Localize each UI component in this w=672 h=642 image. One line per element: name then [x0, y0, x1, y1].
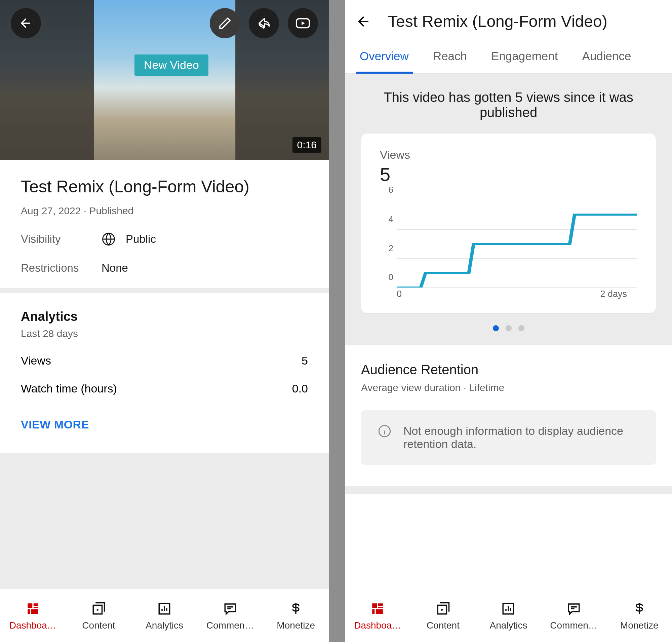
nav-dashboard-label: Dashboa… — [10, 620, 56, 631]
svg-rect-6 — [31, 609, 38, 614]
nav-content[interactable]: Content — [66, 589, 132, 642]
restrictions-label: Restrictions — [21, 262, 88, 274]
analytics-icon — [500, 601, 516, 617]
visibility-label: Visibility — [21, 233, 88, 245]
pencil-icon — [218, 16, 232, 30]
section-divider — [345, 486, 672, 495]
analytics-title: Test Remix (Long-Form Video) — [388, 12, 607, 30]
y-tick: 4 — [389, 214, 393, 224]
analytics-summary-section: Analytics Last 28 days Views 5 Watch tim… — [0, 293, 329, 453]
video-subline: Aug 27, 2022 · Published — [21, 205, 308, 217]
chart-pager-dots — [361, 325, 656, 331]
panel-gap — [329, 0, 345, 642]
thumbnail-overlay-chip: New Video — [134, 54, 208, 76]
watchtime-label: Watch time (hours) — [21, 382, 117, 395]
retention-info-text: Not enough information to display audien… — [403, 424, 639, 451]
section-divider — [0, 288, 329, 293]
monetize-icon — [631, 601, 647, 617]
svg-rect-3 — [34, 603, 38, 606]
svg-rect-12 — [378, 607, 383, 608]
nav-monetize[interactable]: Monetize — [263, 589, 329, 642]
views-chart-label: Views — [380, 148, 637, 162]
views-chart-area: 0 2 4 6 0 2 days — [380, 200, 637, 301]
tab-engagement[interactable]: Engagement — [491, 46, 558, 73]
nav-monetize-label: Monetize — [277, 620, 315, 631]
views-row: Views 5 — [21, 354, 308, 367]
dashboard-icon — [25, 601, 41, 617]
x-axis-labels: 0 2 days — [397, 289, 637, 301]
bottom-nav-left: Dashboa… Content Analytics Commen… Monet… — [0, 589, 329, 642]
open-in-youtube-button[interactable] — [288, 8, 318, 38]
svg-rect-4 — [34, 607, 38, 608]
svg-rect-5 — [28, 609, 30, 614]
analytics-header: Test Remix (Long-Form Video) — [345, 0, 672, 46]
nav-comments-label: Commen… — [550, 620, 598, 631]
arrow-left-icon — [18, 16, 33, 30]
visibility-value[interactable]: Public — [102, 232, 156, 246]
views-chart-value: 5 — [380, 164, 637, 185]
watchtime-row: Watch time (hours) 0.0 — [21, 382, 308, 395]
x-tick-start: 0 — [397, 289, 402, 299]
retention-title: Audience Retention — [361, 362, 656, 377]
globe-icon — [102, 232, 116, 246]
pager-dot[interactable] — [518, 325, 525, 331]
nav-content-label: Content — [427, 620, 460, 631]
svg-rect-10 — [373, 603, 377, 608]
share-arrow-icon — [257, 16, 271, 30]
spacer — [345, 495, 672, 589]
youtube-icon — [295, 15, 311, 31]
visibility-row: Visibility Public — [21, 232, 308, 246]
restrictions-value: None — [102, 262, 128, 274]
nav-analytics[interactable]: Analytics — [476, 589, 541, 642]
monetize-icon — [288, 601, 304, 617]
nav-analytics[interactable]: Analytics — [131, 589, 197, 642]
content-icon — [90, 601, 106, 617]
duration-badge: 0:16 — [293, 137, 321, 153]
views-label: Views — [21, 354, 51, 367]
video-info-section: Test Remix (Long-Form Video) Aug 27, 202… — [0, 160, 329, 288]
tab-audience[interactable]: Audience — [582, 46, 631, 73]
retention-info-box: Not enough information to display audien… — [361, 410, 656, 465]
video-hero: New Video — [0, 0, 329, 160]
overview-summary-text: This video has gotten 5 views since it w… — [361, 90, 656, 133]
x-tick-end: 2 days — [600, 289, 627, 299]
svg-rect-11 — [378, 603, 383, 606]
view-more-link[interactable]: VIEW MORE — [21, 418, 308, 431]
back-button[interactable] — [356, 13, 372, 29]
audience-retention-section: Audience Retention Average view duration… — [345, 345, 672, 486]
arrow-left-icon — [356, 13, 372, 29]
nav-monetize[interactable]: Monetize — [606, 589, 672, 642]
nav-content[interactable]: Content — [411, 589, 476, 642]
views-chart-card[interactable]: Views 5 0 2 4 6 — [361, 133, 656, 313]
video-detail-panel: New Video — [0, 0, 329, 642]
comments-icon — [566, 601, 582, 617]
tab-overview[interactable]: Overview — [360, 46, 409, 73]
visibility-value-text: Public — [126, 233, 156, 245]
pager-dot[interactable] — [493, 325, 499, 331]
analytics-detail-panel: Test Remix (Long-Form Video) Overview Re… — [345, 0, 672, 642]
views-value: 5 — [301, 354, 308, 367]
empty-gray-area — [0, 453, 329, 589]
analytics-heading: Analytics — [21, 309, 308, 324]
retention-subtitle: Average view duration · Lifetime — [361, 382, 656, 394]
nav-comments[interactable]: Commen… — [197, 589, 263, 642]
info-icon — [378, 424, 391, 438]
pager-dot[interactable] — [506, 325, 512, 331]
analytics-icon — [156, 601, 172, 617]
nav-monetize-label: Monetize — [620, 620, 659, 631]
tab-reach[interactable]: Reach — [433, 46, 467, 73]
y-tick: 0 — [389, 272, 393, 282]
svg-rect-14 — [376, 609, 383, 614]
y-tick: 2 — [389, 243, 393, 254]
nav-dashboard[interactable]: Dashboa… — [345, 589, 411, 642]
restrictions-row: Restrictions None — [21, 262, 308, 274]
video-title: Test Remix (Long-Form Video) — [21, 177, 308, 196]
nav-dashboard[interactable]: Dashboa… — [0, 589, 66, 642]
svg-rect-2 — [28, 603, 32, 608]
nav-dashboard-label: Dashboa… — [354, 620, 401, 631]
share-button[interactable] — [249, 8, 279, 38]
nav-comments[interactable]: Commen… — [541, 589, 607, 642]
edit-button[interactable] — [210, 8, 240, 38]
back-button[interactable] — [11, 8, 41, 38]
nav-analytics-label: Analytics — [145, 620, 183, 631]
